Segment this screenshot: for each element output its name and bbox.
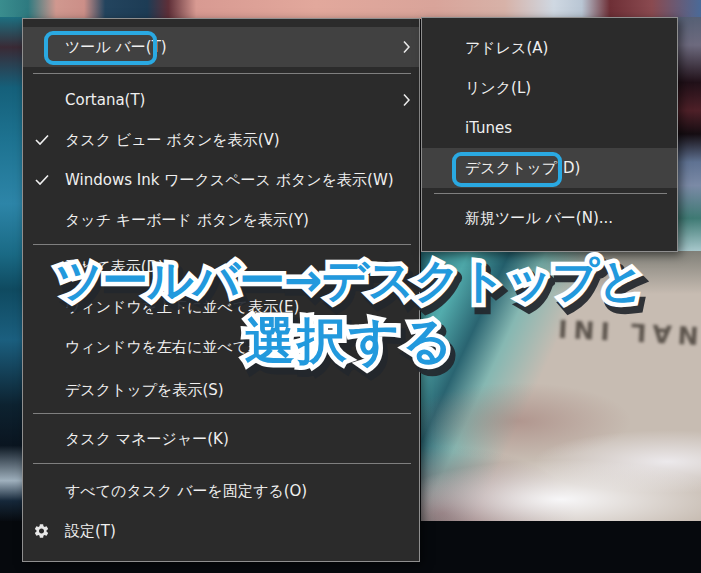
menu-item-label: 新規ツール バー(N)... [465, 209, 613, 228]
menu-item-label: Cortana(T) [65, 91, 145, 109]
callout-ring-toolbars [44, 31, 157, 65]
menu-item-show-touch-keyboard-button[interactable]: タッチ キーボード ボタンを表示(Y) [23, 200, 419, 240]
menu-item-show-windows-ink-workspace-button[interactable]: Windows Ink ワークスペース ボタンを表示(W) [23, 160, 419, 200]
submenu-item-address[interactable]: アドレス(A) [422, 28, 677, 68]
submenu-arrow-icon [403, 94, 410, 107]
submenu-arrow-icon [403, 41, 410, 54]
desktop-wallpaper-photo: ONAL INI [421, 251, 701, 521]
menu-separator [33, 463, 411, 464]
submenu-item-desktop[interactable]: デスクトップ(D) [422, 148, 677, 188]
checkmark-icon [35, 135, 49, 146]
callout-ring-desktop [452, 152, 562, 187]
menu-separator [33, 73, 411, 74]
menu-item-label: リンク(L) [465, 79, 531, 98]
menu-separator [33, 413, 411, 414]
taskbar-context-menu: ツール バー(T) Cortana(T) タスク ビュー ボタンを表示(V) W… [22, 18, 420, 562]
menu-separator [434, 193, 667, 194]
menu-item-cascade-windows[interactable]: 重ねて表示(D) [23, 247, 419, 287]
submenu-item-itunes[interactable]: iTunes [422, 108, 677, 148]
menu-item-label: タッチ キーボード ボタンを表示(Y) [65, 211, 309, 230]
menu-item-label: Windows Ink ワークスペース ボタンを表示(W) [65, 171, 394, 190]
menu-item-label: 設定(T) [65, 522, 116, 541]
menu-item-label: タスク ビュー ボタンを表示(V) [65, 131, 280, 150]
menu-item-show-windows-stacked[interactable]: ウィンドウを上下に並べて表示(E) [23, 287, 419, 327]
menu-item-label: iTunes [465, 119, 512, 137]
wallpaper-card-text: ONAL INI [475, 309, 701, 351]
menu-item-taskbar-settings[interactable]: 設定(T) [23, 511, 419, 551]
menu-separator [33, 244, 411, 245]
menu-item-task-manager[interactable]: タスク マネージャー(K) [23, 419, 419, 459]
menu-item-label: ウィンドウを上下に並べて表示(E) [65, 298, 299, 317]
desktop-wallpaper-left-strip [0, 17, 22, 521]
menu-item-show-task-view-button[interactable]: タスク ビュー ボタンを表示(V) [23, 120, 419, 160]
menu-item-show-windows-side-by-side[interactable]: ウィンドウを左右に並べて表示(I) [23, 327, 419, 367]
checkmark-icon [35, 175, 49, 186]
menu-item-show-desktop[interactable]: デスクトップを表示(S) [23, 370, 419, 410]
menu-item-label: ウィンドウを左右に並べて表示(I) [65, 338, 294, 357]
menu-item-label: アドレス(A) [465, 39, 548, 58]
menu-item-lock-all-taskbars[interactable]: すべてのタスク バーを固定する(O) [23, 471, 419, 511]
menu-item-label: タスク マネージャー(K) [65, 430, 229, 449]
menu-item-label: すべてのタスク バーを固定する(O) [65, 482, 307, 501]
gear-icon [33, 523, 50, 540]
menu-item-label: デスクトップを表示(S) [65, 381, 224, 400]
submenu-item-new-toolbar[interactable]: 新規ツール バー(N)... [422, 198, 677, 238]
menu-item-cortana[interactable]: Cortana(T) [23, 80, 419, 120]
menu-item-toolbars[interactable]: ツール バー(T) [23, 27, 419, 67]
desktop-wallpaper-right-strip [677, 17, 701, 251]
menu-item-label: 重ねて表示(D) [65, 258, 164, 277]
toolbars-submenu: アドレス(A) リンク(L) iTunes デスクトップ(D) 新規ツール バー… [421, 17, 678, 252]
submenu-item-links[interactable]: リンク(L) [422, 68, 677, 108]
